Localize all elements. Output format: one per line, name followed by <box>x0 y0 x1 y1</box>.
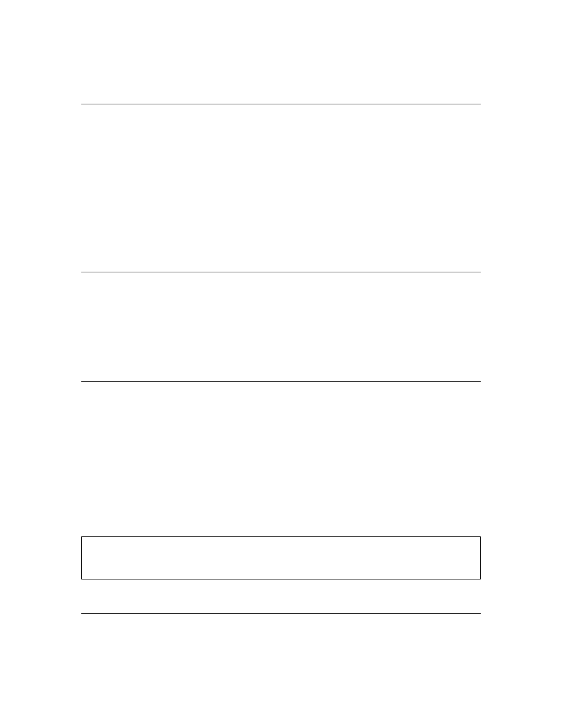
horizontal-rule <box>81 272 481 272</box>
horizontal-rule <box>81 613 481 614</box>
content-box <box>81 536 481 579</box>
horizontal-rule <box>81 381 481 382</box>
horizontal-rule <box>81 104 481 104</box>
